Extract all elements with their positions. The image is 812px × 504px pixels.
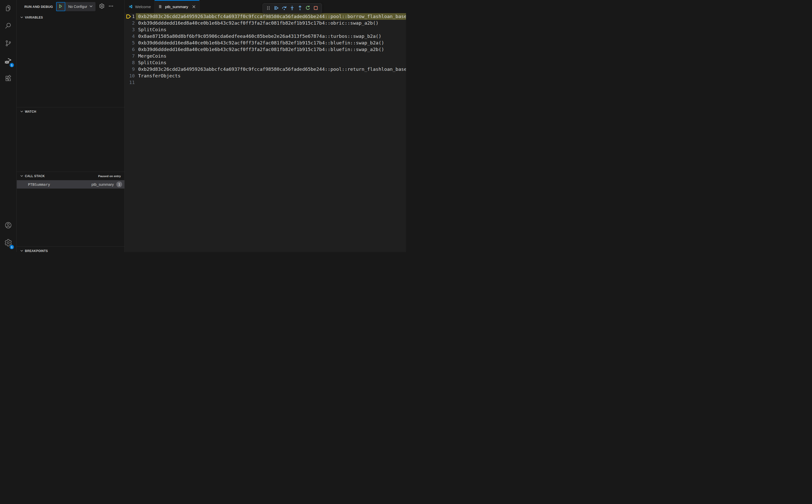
play-icon	[58, 4, 63, 9]
line-number[interactable]: 10	[125, 73, 135, 79]
line-number[interactable]: 2	[125, 20, 135, 26]
code-line[interactable]: 60xb39d6dddedd16ed8a40ce0b1e6b43c92acf0f…	[125, 46, 406, 53]
line-number[interactable]: 6	[125, 46, 135, 53]
stack-frame-source: ptb_summary	[91, 182, 114, 187]
stop-button[interactable]	[312, 5, 320, 12]
source-control-icon	[4, 39, 12, 48]
close-icon[interactable]	[192, 5, 196, 9]
step-out-button[interactable]	[296, 5, 304, 12]
line-number[interactable]: 11	[125, 79, 135, 86]
code-line-text: 0x8ae871505a80d8bf6bf9c05906cda6edfeea46…	[136, 33, 406, 40]
call-stack-status: Paused on entry	[98, 175, 121, 178]
step-over-icon	[281, 5, 287, 12]
settings-badge: 1	[10, 245, 14, 249]
code-line[interactable]: 20xb39d6dddedd16ed8a40ce0b1e6b43c92acf0f…	[125, 20, 406, 26]
line-number[interactable]: 3	[125, 26, 135, 33]
line-number[interactable]: 7	[125, 53, 135, 59]
tab-label: ptb_summary	[165, 5, 188, 9]
debug-settings-gear-button[interactable]	[99, 3, 105, 10]
call-stack-pane-title: CALL STACK	[25, 174, 45, 178]
call-stack-pane-header[interactable]: CALL STACK Paused on entry	[17, 172, 124, 180]
breakpoints-pane: BREAKPOINTS	[17, 246, 124, 252]
debug-config-control: No Configur	[56, 2, 96, 11]
text-file-icon	[158, 4, 163, 9]
activity-item-source-control[interactable]	[0, 35, 16, 53]
code-editor[interactable]: 1 0xb29d83c26cdd2a64959263abbcfc4a6937f0…	[125, 13, 406, 252]
code-line-text: SplitCoins	[136, 26, 406, 33]
code-line[interactable]: 40x8ae871505a80d8bf6bf9c05906cda6edfeea4…	[125, 33, 406, 40]
toolbar-drag-handle[interactable]	[264, 5, 272, 12]
activity-item-explorer[interactable]	[0, 0, 16, 18]
start-debugging-button[interactable]	[56, 2, 65, 11]
extensions-icon	[4, 74, 12, 83]
variables-pane-header[interactable]: VARIABLES	[17, 13, 124, 22]
chevron-down-icon	[20, 110, 23, 113]
activity-bar-bottom: 1	[0, 217, 16, 252]
code-line[interactable]: 11	[125, 79, 406, 86]
config-dropdown-label: No Configur	[68, 5, 87, 9]
current-line-pointer-icon	[126, 14, 131, 19]
config-dropdown[interactable]: No Configur	[65, 2, 96, 11]
restart-button[interactable]	[304, 5, 312, 12]
code-line[interactable]: 10TransferObjects	[125, 73, 406, 79]
line-number[interactable]: 9	[125, 66, 135, 73]
code-line-text: 0xb29d83c26cdd2a64959263abbcfc4a6937f0c9…	[136, 13, 406, 20]
chevron-down-icon	[20, 175, 23, 177]
code-line[interactable]: 1 0xb29d83c26cdd2a64959263abbcfc4a6937f0…	[125, 13, 406, 20]
account-icon	[4, 221, 12, 230]
line-number[interactable]: 8	[125, 59, 135, 66]
stop-icon	[313, 5, 318, 12]
stack-frame-line-badge: 1	[116, 181, 122, 187]
code-line-text: TransferObjects	[136, 73, 406, 79]
chevron-down-icon	[20, 249, 23, 252]
code-line-text: 0xb29d83c26cdd2a64959263abbcfc4a6937f0c9…	[136, 66, 406, 73]
code-line[interactable]: 8SplitCoins	[125, 59, 406, 66]
line-number[interactable]: 1	[125, 13, 135, 20]
activity-item-account[interactable]	[0, 217, 16, 234]
code-line-text: SplitCoins	[136, 59, 406, 66]
activity-bar-top: 1	[0, 0, 16, 88]
vscode-window: 1	[0, 0, 406, 252]
code-line-text: MergeCoins	[136, 53, 406, 59]
breakpoints-pane-header[interactable]: BREAKPOINTS	[17, 247, 124, 252]
code-line-text: 0xb39d6dddedd16ed8a40ce0b1e6b43c92acf0ff…	[136, 40, 406, 46]
step-into-button[interactable]	[288, 5, 296, 12]
step-over-button[interactable]	[280, 5, 288, 12]
views-more-actions-button[interactable]	[108, 3, 114, 10]
code-line-text: 0xb39d6dddedd16ed8a40ce0b1e6b43c92acf0ff…	[136, 20, 406, 26]
debug-toolbar	[262, 3, 322, 13]
line-number[interactable]: 4	[125, 33, 135, 40]
stack-frame-row[interactable]: PTBSummary ptb_summary 1	[17, 180, 124, 189]
step-into-icon	[289, 5, 295, 12]
explorer-icon	[4, 4, 12, 13]
code-line[interactable]: 3SplitCoins	[125, 26, 406, 33]
run-and-debug-sidebar: RUN AND DEBUG No Configur	[17, 0, 124, 252]
vscode-logo-icon	[128, 4, 133, 9]
code-line[interactable]: 50xb39d6dddedd16ed8a40ce0b1e6b43c92acf0f…	[125, 40, 406, 46]
variables-pane-title: VARIABLES	[25, 16, 43, 19]
tab-label: Welcome	[135, 5, 151, 9]
grip-dots-icon	[266, 5, 271, 12]
tab-welcome[interactable]: Welcome	[125, 0, 155, 13]
code-lines: 1 0xb29d83c26cdd2a64959263abbcfc4a6937f0…	[125, 13, 406, 86]
restart-icon	[305, 5, 310, 12]
line-number[interactable]: 5	[125, 40, 135, 46]
activity-item-settings[interactable]: 1	[0, 234, 16, 252]
code-line-text	[136, 79, 406, 86]
watch-pane-header[interactable]: WATCH	[17, 107, 124, 116]
ellipsis-icon	[108, 3, 114, 10]
tab-ptb-summary[interactable]: ptb_summary	[155, 0, 199, 13]
activity-bar: 1	[0, 0, 16, 252]
variables-pane: VARIABLES	[17, 13, 124, 107]
activity-item-run-and-debug[interactable]: 1	[0, 53, 16, 70]
chevron-down-icon	[20, 16, 23, 19]
sidebar-title: RUN AND DEBUG	[24, 5, 53, 9]
editor-group: Welcome ptb_summary 1 0xb29d83c26cdd2	[124, 0, 406, 252]
stack-frame-name: PTBSummary	[28, 182, 50, 187]
code-line-text: 0xb39d6dddedd16ed8a40ce0b1e6b43c92acf0ff…	[136, 46, 406, 53]
activity-item-search[interactable]	[0, 18, 16, 35]
code-line[interactable]: 7MergeCoins	[125, 53, 406, 59]
activity-item-extensions[interactable]	[0, 70, 16, 88]
code-line[interactable]: 90xb29d83c26cdd2a64959263abbcfc4a6937f0c…	[125, 66, 406, 73]
continue-button[interactable]	[272, 5, 280, 12]
